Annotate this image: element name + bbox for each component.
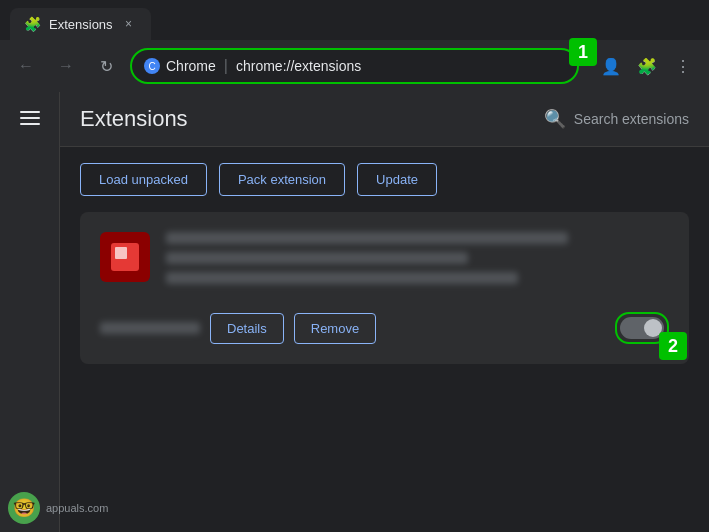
search-area[interactable]: 🔍 Search extensions	[544, 108, 689, 130]
search-label: Search extensions	[574, 111, 689, 127]
hamburger-line-1	[20, 111, 40, 113]
action-buttons: Load unpacked Pack extension Update	[60, 147, 709, 212]
footer-blurred	[100, 322, 200, 334]
hamburger-line-3	[20, 123, 40, 125]
back-button[interactable]: ←	[10, 50, 42, 82]
ext-desc-blurred-1	[166, 252, 468, 264]
extension-icon-inner	[111, 243, 139, 271]
badge-1: 1	[569, 38, 597, 66]
nav-bar: ← → ↻ C Chrome | chrome://extensions 1 👤…	[0, 40, 709, 92]
extension-card-footer: Details Remove 2	[100, 312, 669, 344]
toggle-container: 2	[615, 312, 669, 344]
watermark-icon: 🤓	[8, 492, 40, 524]
ext-name-blurred	[166, 232, 568, 244]
page-title-area: Extensions	[80, 106, 188, 132]
extensions-button[interactable]: 🧩	[631, 50, 663, 82]
footer-left: Details Remove	[100, 313, 376, 344]
ext-desc-blurred-2	[166, 272, 518, 284]
chrome-icon: C	[144, 58, 160, 74]
remove-button[interactable]: Remove	[294, 313, 376, 344]
address-bar[interactable]: C Chrome | chrome://extensions 1	[130, 48, 579, 84]
address-url: chrome://extensions	[236, 58, 361, 74]
tab-title: Extensions	[49, 17, 113, 32]
extension-card-body	[100, 232, 669, 292]
extension-toggle[interactable]	[620, 317, 664, 339]
hamburger-menu[interactable]	[14, 102, 46, 134]
watermark-text: appuals.com	[46, 502, 108, 514]
browser-window: 🧩 Extensions × ← → ↻ C Chrome | chrome:/…	[0, 0, 709, 532]
details-button[interactable]: Details	[210, 313, 284, 344]
reload-button[interactable]: ↻	[90, 50, 122, 82]
nav-right-icons: 👤 🧩 ⋮	[595, 50, 699, 82]
tab-close-button[interactable]: ×	[121, 16, 137, 32]
extensions-page: Extensions 🔍 Search extensions Load unpa…	[0, 92, 709, 532]
load-unpacked-button[interactable]: Load unpacked	[80, 163, 207, 196]
chrome-text: Chrome	[166, 58, 216, 74]
tab-bar: 🧩 Extensions ×	[0, 0, 709, 40]
extension-card: Details Remove 2	[80, 212, 689, 364]
watermark: 🤓 appuals.com	[8, 492, 108, 524]
extension-info	[166, 232, 669, 292]
address-separator: |	[224, 57, 228, 75]
extension-icon	[100, 232, 150, 282]
hamburger-line-2	[20, 117, 40, 119]
sidebar	[0, 92, 60, 532]
update-button[interactable]: Update	[357, 163, 437, 196]
menu-button[interactable]: ⋮	[667, 50, 699, 82]
main-content: Extensions 🔍 Search extensions Load unpa…	[60, 92, 709, 532]
puzzle-icon: 🧩	[24, 16, 41, 32]
search-icon: 🔍	[544, 108, 566, 130]
extensions-tab[interactable]: 🧩 Extensions ×	[10, 8, 151, 40]
profile-button[interactable]: 👤	[595, 50, 627, 82]
badge-2: 2	[659, 332, 687, 360]
chrome-label: C Chrome	[144, 58, 216, 74]
extensions-list: Details Remove 2	[60, 212, 709, 532]
page-header: Extensions 🔍 Search extensions	[60, 92, 709, 147]
page-title: Extensions	[80, 106, 188, 132]
forward-button[interactable]: →	[50, 50, 82, 82]
pack-extension-button[interactable]: Pack extension	[219, 163, 345, 196]
